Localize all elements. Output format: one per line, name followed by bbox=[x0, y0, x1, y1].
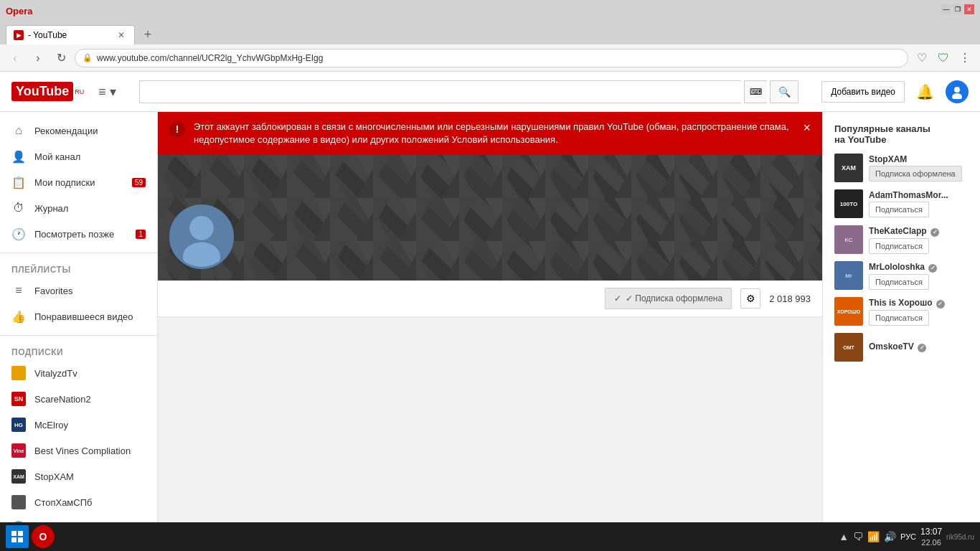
sidebar-watch-later-label: Посмотреть позже bbox=[34, 229, 114, 240]
youtube-app: You Tube RU ≡ ▾ ⌨ 🔍 Добавить видео 🔔 bbox=[0, 72, 980, 522]
sidebar-item-home[interactable]: ⌂ Рекомендации bbox=[0, 118, 157, 143]
adam-popular-name: AdamThomasMor... bbox=[869, 190, 969, 200]
kateclapp-subscribe-button[interactable]: Подписаться bbox=[869, 238, 929, 254]
channel-icon: 👤 bbox=[11, 149, 26, 164]
sidebar-item-watch-later[interactable]: 🕐 Посмотреть позже 1 bbox=[0, 221, 157, 247]
bookmark-icon[interactable]: ♡ bbox=[913, 49, 931, 67]
channel-avatar-image bbox=[169, 204, 234, 269]
tab-close-button[interactable]: ✕ bbox=[116, 29, 127, 41]
popular-channel-adam: 100TO AdamThomasMor... Подписаться bbox=[834, 189, 969, 218]
notification-bell-button[interactable]: 🔔 bbox=[916, 83, 934, 100]
search-input[interactable] bbox=[139, 80, 741, 103]
address-bar[interactable]: 🔒 www.youtube.com/channel/UCR2lg_YchvWGb… bbox=[75, 49, 908, 67]
sidebar-item-mcelroy[interactable]: HG McElroy bbox=[0, 412, 157, 438]
sidebar-item-history[interactable]: ⏱ Журнал bbox=[0, 195, 157, 221]
adam-subscribe-button[interactable]: Подписаться bbox=[869, 202, 929, 217]
stopxam-subscribe-button[interactable]: Подписка оформлена bbox=[869, 166, 962, 182]
browser-menu-button[interactable]: ⋮ bbox=[956, 49, 974, 67]
sidebar-liked-videos-label: Понравившееся видео bbox=[34, 311, 133, 322]
date-display: 22.06 bbox=[921, 538, 941, 547]
subscribed-button[interactable]: ✓ ✓ Подписка оформлена bbox=[605, 288, 732, 309]
new-tab-button[interactable]: + bbox=[138, 25, 158, 44]
svg-point-3 bbox=[189, 216, 214, 240]
taskbar: O ▲ 🗨 📶 🔊 РУС 13:07 22.06 rik95d.ru bbox=[0, 522, 980, 551]
back-button[interactable]: ‹ bbox=[6, 49, 24, 67]
horosho-verified-icon: ✓ bbox=[936, 300, 945, 309]
add-video-button[interactable]: Добавить видео bbox=[821, 81, 905, 103]
lololoshka-popular-thumb: Mr bbox=[834, 261, 863, 290]
stopxam-label: StopXAM bbox=[34, 471, 74, 482]
lololoshka-subscribe-button[interactable]: Подписаться bbox=[869, 274, 929, 290]
kateclapp-popular-info: TheKateClapp ✓ Подписаться bbox=[869, 226, 969, 254]
subscriber-count: 2 018 993 bbox=[769, 293, 811, 304]
tab-favicon: ▶ bbox=[14, 30, 24, 40]
sidebar-favorites-label: Favorites bbox=[34, 286, 72, 296]
taskbar-opera-button[interactable]: O bbox=[32, 525, 55, 548]
best-vines-thumb: Vine bbox=[11, 443, 26, 458]
sidebar-item-favorites[interactable]: ≡ Favorites bbox=[0, 278, 157, 303]
playlists-section-title: ПЛЕЙЛИСТЫ bbox=[0, 259, 157, 278]
subscriptions-section-title: ПОДПИСКИ bbox=[0, 342, 157, 360]
start-button[interactable] bbox=[6, 525, 29, 548]
liked-videos-icon: 👍 bbox=[11, 309, 26, 324]
yt-menu-button[interactable]: ≡ ▾ bbox=[98, 84, 116, 100]
minimize-button[interactable]: — bbox=[941, 4, 951, 14]
shield-icon[interactable]: 🛡 bbox=[934, 49, 953, 67]
popular-channels-panel: Популярные каналы на YouTube XAM StopXAM… bbox=[822, 112, 980, 522]
yt-logo: You Tube RU bbox=[11, 82, 84, 101]
user-avatar-button[interactable] bbox=[946, 80, 969, 103]
channel-bg-pattern bbox=[158, 155, 822, 281]
svg-rect-8 bbox=[18, 537, 23, 542]
popular-channels-title-text: Популярные каналы на YouTube bbox=[834, 123, 930, 145]
sidebar-item-stopxam[interactable]: XAM StopXAM bbox=[0, 463, 157, 489]
language-indicator: РУС bbox=[900, 532, 916, 541]
yt-logo-tube: Tube bbox=[39, 84, 70, 99]
kateclapp-verified-icon: ✓ bbox=[930, 228, 939, 237]
sidebar-item-stopxamspb[interactable]: СтопХамСПб bbox=[0, 489, 157, 515]
sidebar-item-scarenation2[interactable]: SN ScareNation2 bbox=[0, 386, 157, 412]
sidebar-item-liked-videos[interactable]: 👍 Понравившееся видео bbox=[0, 303, 157, 329]
nav-bar: ‹ › ↻ 🔒 www.youtube.com/channel/UCR2lg_Y… bbox=[0, 44, 980, 72]
keyboard-button[interactable]: ⌨ bbox=[744, 80, 767, 103]
kateclapp-name-text: TheKateClapp bbox=[869, 226, 927, 236]
horosho-subscribe-button[interactable]: Подписаться bbox=[869, 310, 929, 326]
address-text: www.youtube.com/channel/UCR2lg_YchvWGbpM… bbox=[97, 53, 900, 63]
lololoshka-sub-label: Подписаться bbox=[875, 278, 923, 286]
forward-button[interactable]: › bbox=[29, 49, 47, 67]
alert-close-button[interactable]: × bbox=[803, 121, 811, 136]
alert-banner: ! Этот аккаунт заблокирован в связи с мн… bbox=[158, 112, 822, 155]
omskoetv-name-text: OmskoeTV bbox=[869, 342, 914, 352]
avatar-person-icon bbox=[171, 204, 232, 269]
maximize-button[interactable]: ❐ bbox=[953, 4, 963, 14]
popular-channel-horosho: ХОРОШО This is Хорошо ✓ Подписаться bbox=[834, 297, 969, 326]
sidebar-item-subscriptions[interactable]: 📋 Мои подписки 59 bbox=[0, 169, 157, 195]
horosho-popular-name: This is Хорошо ✓ bbox=[869, 298, 969, 309]
sidebar-item-vitalyzdtv[interactable]: VitalyzdTv bbox=[0, 360, 157, 386]
sidebar-item-best-vines[interactable]: Vine Best Vines Compliation bbox=[0, 438, 157, 463]
tab-bar: ▶ - YouTube ✕ + bbox=[0, 22, 980, 44]
sidebar-item-bestvine[interactable]: BestVine bbox=[0, 515, 157, 522]
channel-header bbox=[158, 155, 822, 281]
lololoshka-verified-icon: ✓ bbox=[928, 264, 937, 273]
stopxam-popular-info: StopXAM Подписка оформлена bbox=[869, 154, 969, 182]
vitalyzdtv-thumb bbox=[11, 366, 26, 380]
stopxam-popular-thumb: XAM bbox=[834, 154, 863, 182]
refresh-button[interactable]: ↻ bbox=[52, 49, 70, 67]
horosho-popular-thumb: ХОРОШО bbox=[834, 297, 863, 326]
kateclapp-popular-name: TheKateClapp ✓ bbox=[869, 226, 969, 237]
best-vines-label: Best Vines Compliation bbox=[34, 446, 131, 456]
settings-icon: ⚙ bbox=[746, 293, 755, 304]
avatar-icon bbox=[950, 85, 964, 99]
popular-channel-stopxam: XAM StopXAM Подписка оформлена bbox=[834, 154, 969, 182]
active-tab[interactable]: ▶ - YouTube ✕ bbox=[6, 25, 135, 44]
search-button[interactable]: 🔍 bbox=[770, 80, 798, 103]
scarenation2-thumb: SN bbox=[11, 392, 26, 406]
sidebar-item-my-channel[interactable]: 👤 Мой канал bbox=[0, 143, 157, 169]
mcelroy-label: McElroy bbox=[34, 420, 68, 430]
close-button[interactable]: ✕ bbox=[964, 4, 974, 14]
subscription-settings-button[interactable]: ⚙ bbox=[740, 288, 760, 309]
kateclapp-popular-thumb: KC bbox=[834, 225, 863, 254]
history-icon: ⏱ bbox=[11, 201, 26, 215]
adam-sub-label: Подписаться bbox=[875, 205, 923, 214]
window-controls[interactable]: — ❐ ✕ bbox=[941, 4, 974, 14]
